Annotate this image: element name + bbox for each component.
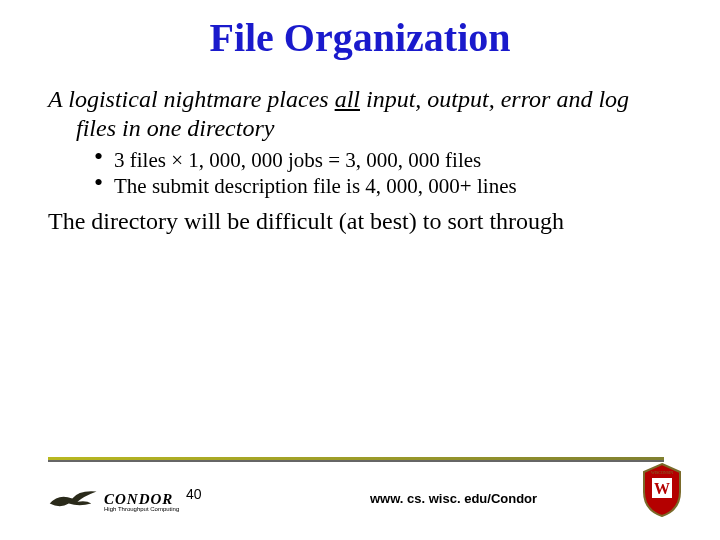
svg-text:W: W (654, 480, 670, 497)
condor-logo: CONDOR High Throughput Computing (48, 488, 179, 514)
wisconsin-crest-icon: W WISCONSIN (638, 462, 686, 518)
page-number: 40 (186, 486, 202, 502)
bullet-item: The submit description file is 4, 000, 0… (94, 173, 672, 199)
para1-prefix: A logistical nightmare places (48, 86, 335, 112)
bullet-list: 3 files × 1, 000, 000 jobs = 3, 000, 000… (94, 147, 672, 200)
para1-underlined: all (335, 86, 360, 112)
slide-title: File Organization (0, 14, 720, 61)
bird-icon (48, 488, 100, 514)
footer: CONDOR High Throughput Computing 40 www.… (0, 470, 720, 518)
footer-url: www. cs. wisc. edu/Condor (370, 491, 537, 506)
condor-word: CONDOR (104, 491, 173, 507)
svg-text:WISCONSIN: WISCONSIN (651, 470, 673, 475)
condor-text: CONDOR High Throughput Computing (104, 490, 179, 512)
bullet-item: 3 files × 1, 000, 000 jobs = 3, 000, 000… (94, 147, 672, 173)
slide-body: A logistical nightmare places all input,… (48, 85, 672, 236)
divider (48, 457, 664, 460)
paragraph-1: A logistical nightmare places all input,… (48, 85, 672, 143)
condor-tagline: High Throughput Computing (104, 506, 179, 512)
paragraph-2: The directory will be difficult (at best… (48, 207, 672, 236)
